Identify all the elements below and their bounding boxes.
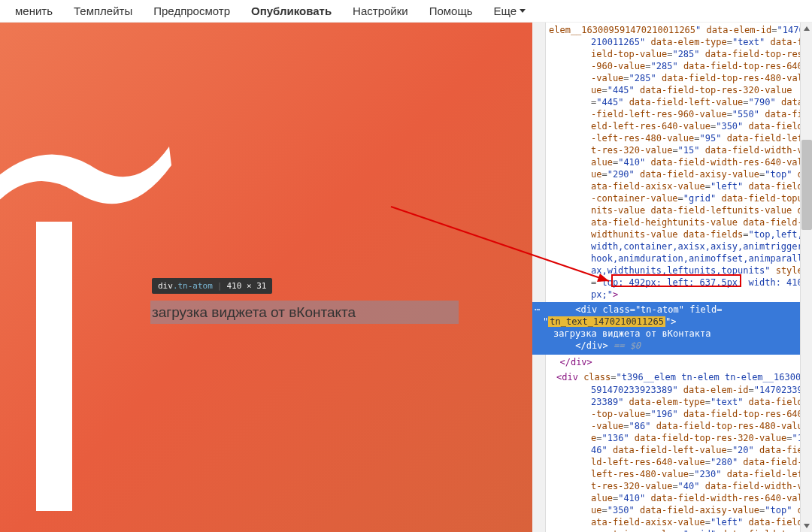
nav-item-preview[interactable]: Предпросмотр: [153, 5, 230, 17]
nav-item-publish[interactable]: Опубликовать: [251, 5, 332, 17]
scroll-track[interactable]: [801, 35, 812, 520]
eq-dollar-indicator: == $0: [614, 340, 641, 351]
svg-rect-0: [36, 222, 72, 511]
devtools-panel[interactable]: elem__16300959147021001​1265" data-elem-…: [532, 23, 812, 532]
tilda-logo-icon: [0, 120, 173, 511]
devtools-scrollbar[interactable]: [800, 23, 812, 532]
nav-item-more[interactable]: Еще: [494, 5, 526, 17]
expand-triangle-icon[interactable]: ▶: [549, 372, 556, 384]
arrow-down-icon: [804, 524, 810, 528]
tooltip-separator: |: [217, 281, 223, 291]
selected-text-content: загрузка виджета от вКонтакта: [543, 328, 807, 340]
expand-dots-icon[interactable]: ⋯: [532, 304, 542, 316]
tooltip-dimensions: 410 × 31: [226, 281, 266, 291]
scroll-up-button[interactable]: [801, 23, 812, 35]
highlighted-field-value: tn_text_1470210011265: [548, 316, 665, 327]
tooltip-tag: div: [158, 281, 173, 291]
code-line[interactable]: ▶<div class="t396__elem tn-elem tn-elem_…: [546, 370, 812, 532]
code-line[interactable]: </div>: [546, 355, 812, 370]
scroll-thumb[interactable]: [801, 140, 812, 230]
nav-more-label: Еще: [494, 5, 517, 17]
widget-text-element[interactable]: загрузка виджета от вКонтакта: [150, 301, 459, 324]
tooltip-class: .tn-atom: [173, 281, 213, 291]
top-nav: менить Темплейты Предпросмотр Опубликова…: [0, 0, 812, 23]
code-line[interactable]: elem__16300959147021001​1265" data-elem-…: [546, 23, 812, 302]
page-preview: div.tn-atom | 410 × 31 загрузка виджета …: [0, 23, 532, 532]
arrow-up-icon: [804, 26, 810, 31]
nav-item-settings[interactable]: Настройки: [353, 5, 408, 17]
chevron-down-icon: [520, 9, 526, 13]
nav-item-help[interactable]: Помощь: [429, 5, 473, 17]
main-area: div.tn-atom | 410 × 31 загрузка виджета …: [0, 23, 812, 532]
devtools-gutter: [532, 23, 546, 532]
inspector-tooltip: div.tn-atom | 410 × 31: [152, 278, 272, 294]
nav-item-templates[interactable]: Темплейты: [74, 5, 132, 17]
scroll-down-button[interactable]: [801, 520, 812, 532]
nav-item-change[interactable]: менить: [15, 5, 53, 17]
selected-code-block[interactable]: ⋯ <div class="tn-atom" field= "tn_text_1…: [532, 302, 812, 355]
